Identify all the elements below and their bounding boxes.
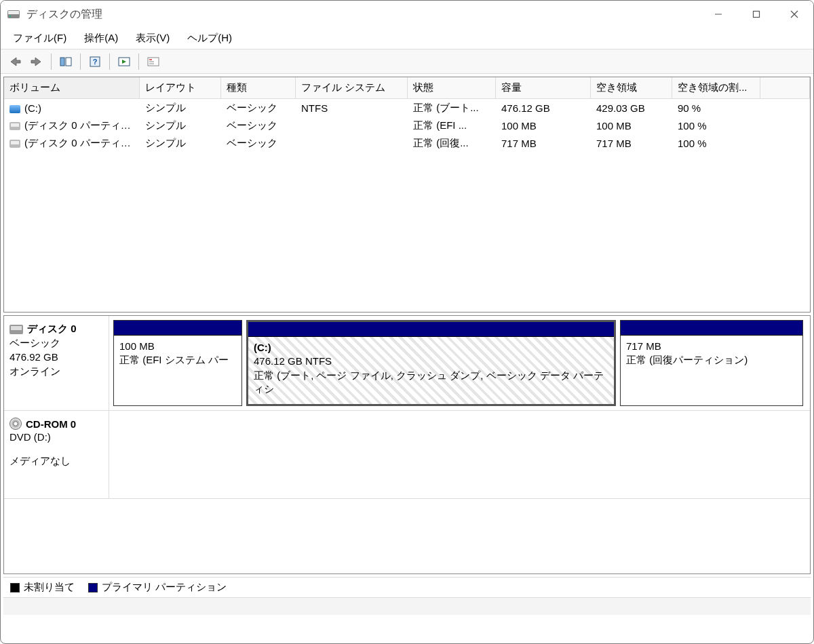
table-cell-status: 正常 (ブート... [408, 100, 496, 116]
svg-rect-4 [754, 12, 760, 18]
partition-header [248, 322, 614, 337]
table-cell-free: 100 MB [591, 119, 672, 133]
cdrom-type: DVD (D:) [9, 430, 103, 444]
column-header-type[interactable]: 種類 [221, 77, 296, 98]
table-row[interactable]: (C:)シンプルベーシックNTFS正常 (ブート...476.12 GB429.… [4, 99, 810, 117]
column-header-free-pct[interactable]: 空き領域の割... [672, 77, 760, 98]
table-cell-filesystem: NTFS [296, 101, 408, 115]
disk-row-cdrom0: CD-ROM 0 DVD (D:) メディアなし [4, 411, 810, 499]
disk-map-blank [4, 499, 810, 573]
table-cell-layout: シンプル [140, 118, 221, 134]
drive-icon [9, 122, 20, 130]
legend-primary-label: プライマリ パーティション [102, 581, 227, 594]
volume-list-body: (C:)シンプルベーシックNTFS正常 (ブート...476.12 GB429.… [4, 99, 810, 312]
table-cell-capacity: 100 MB [496, 119, 591, 133]
svg-text:?: ? [93, 58, 98, 66]
disk-title-text: CD-ROM 0 [26, 418, 76, 430]
svg-rect-1 [8, 11, 19, 14]
partition[interactable]: (C:)476.12 GB NTFS正常 (ブート, ページ ファイル, クラッ… [246, 320, 616, 406]
toolbar-separator [138, 54, 139, 70]
table-cell-type: ベーシック [221, 100, 296, 116]
table-row[interactable]: (ディスク 0 パーティシ...シンプルベーシック正常 (EFI ...100 … [4, 117, 810, 134]
legend-primary: プライマリ パーティション [88, 581, 227, 594]
partition-body: 717 MB正常 (回復パーティション) [621, 336, 802, 405]
column-header-status[interactable]: 状態 [408, 77, 496, 98]
show-hide-console-button[interactable] [56, 52, 76, 71]
nav-back-button[interactable] [5, 52, 25, 71]
partition-size: 476.12 GB NTFS [254, 355, 608, 368]
disk-map: ディスク 0 ベーシック 476.92 GB オンライン 100 MB正常 (E… [3, 315, 811, 574]
partition-header [114, 321, 241, 336]
properties-button[interactable] [143, 52, 163, 71]
disk-capacity: 476.92 GB [9, 350, 103, 364]
hdd-icon [9, 325, 23, 334]
partition-status: 正常 (ブート, ページ ファイル, クラッシュ ダンプ, ベーシック データ … [254, 369, 608, 397]
legend-unallocated-label: 未割り当て [24, 581, 75, 594]
svg-rect-8 [66, 58, 71, 66]
column-header-filesystem[interactable]: ファイル システム [296, 77, 408, 98]
volume-list: ボリューム レイアウト 種類 ファイル システム 状態 容量 空き領域 空き領域… [3, 77, 811, 313]
menu-help[interactable]: ヘルプ(H) [179, 29, 240, 47]
statusbar [3, 597, 811, 615]
table-cell-layout: シンプル [140, 136, 221, 151]
partition-title: (C:) [254, 341, 608, 355]
column-header-layout[interactable]: レイアウト [140, 77, 221, 98]
nav-forward-button[interactable] [26, 52, 47, 71]
close-button[interactable] [775, 1, 813, 28]
table-cell-filesystem [296, 124, 408, 127]
partition-status: 正常 (EFI システム パー [119, 353, 236, 367]
table-row[interactable]: (ディスク 0 パーティシ...シンプルベーシック正常 (回復...717 MB… [4, 134, 810, 152]
table-cell-free: 429.03 GB [591, 101, 672, 115]
menu-file[interactable]: ファイル(F) [5, 29, 75, 47]
maximize-button[interactable] [737, 1, 775, 28]
menu-action[interactable]: 操作(A) [76, 29, 126, 47]
disk0-partitions: 100 MB正常 (EFI システム パー(C:)476.12 GB NTFS正… [109, 316, 810, 410]
cdrom-icon [9, 418, 22, 430]
table-cell-capacity: 476.12 GB [496, 101, 591, 115]
disk-row-disk0: ディスク 0 ベーシック 476.92 GB オンライン 100 MB正常 (E… [4, 316, 810, 411]
table-cell-free: 717 MB [591, 136, 672, 150]
svg-point-2 [9, 16, 12, 18]
toolbar: ? [1, 49, 813, 74]
legend-unallocated: 未割り当て [10, 581, 75, 594]
disk-info-disk0[interactable]: ディスク 0 ベーシック 476.92 GB オンライン [4, 316, 109, 410]
column-header-volume[interactable]: ボリューム [4, 77, 140, 98]
table-cell-volume: (ディスク 0 パーティシ... [4, 118, 140, 134]
menu-view[interactable]: 表示(V) [128, 29, 178, 47]
menubar: ファイル(F) 操作(A) 表示(V) ヘルプ(H) [1, 28, 813, 49]
titlebar: ディスクの管理 [1, 1, 813, 28]
column-header-free[interactable]: 空き領域 [591, 77, 672, 98]
refresh-button[interactable] [114, 52, 134, 71]
table-cell-free_pct: 90 % [672, 101, 760, 115]
column-header-capacity[interactable]: 容量 [496, 77, 591, 98]
table-cell-type: ベーシック [221, 136, 296, 151]
partition-size: 717 MB [626, 340, 797, 353]
disk-title-text: ディスク 0 [27, 323, 77, 336]
legend: 未割り当て プライマリ パーティション [3, 577, 811, 597]
help-button[interactable]: ? [85, 52, 105, 71]
volume-icon [9, 105, 20, 113]
svg-rect-7 [60, 58, 64, 66]
disk-info-cdrom0[interactable]: CD-ROM 0 DVD (D:) メディアなし [4, 411, 109, 498]
partition-status: 正常 (回復パーティション) [626, 353, 797, 367]
cdrom0-partitions [109, 411, 810, 498]
table-cell-free_pct: 100 % [672, 136, 760, 150]
toolbar-separator [109, 54, 110, 70]
cdrom-empty-area[interactable] [113, 415, 806, 494]
column-header-spacer [760, 77, 810, 98]
table-cell-status: 正常 (EFI ... [408, 118, 496, 134]
partition[interactable]: 717 MB正常 (回復パーティション) [620, 320, 803, 406]
app-icon [7, 9, 20, 20]
volume-list-header: ボリューム レイアウト 種類 ファイル システム 状態 容量 空き領域 空き領域… [4, 77, 810, 99]
volume-name: (C:) [24, 102, 41, 114]
table-cell-layout: シンプル [140, 100, 221, 116]
swatch-primary-icon [88, 583, 98, 592]
cdrom-status: メディアなし [9, 454, 103, 468]
table-cell-volume: (ディスク 0 パーティシ... [4, 136, 140, 151]
toolbar-separator [80, 54, 81, 70]
minimize-button[interactable] [699, 1, 737, 28]
table-cell-filesystem [296, 142, 408, 144]
swatch-unallocated-icon [10, 583, 20, 592]
table-cell-volume: (C:) [4, 101, 140, 115]
partition[interactable]: 100 MB正常 (EFI システム パー [113, 320, 242, 406]
